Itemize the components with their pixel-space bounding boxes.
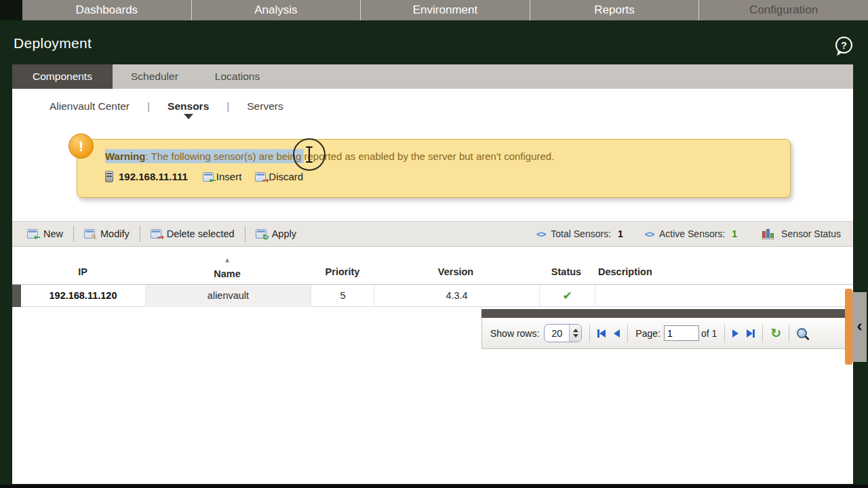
sensor-status-link[interactable]: Sensor Status	[781, 228, 841, 239]
total-sensors-icon: <>	[536, 229, 545, 239]
selected-text-highlight: Warning: The following sensor(s) are bei…	[105, 149, 304, 163]
rows-per-page-stepper[interactable]: 20	[544, 324, 582, 342]
active-sensors-value: 1	[732, 228, 737, 239]
top-navigation: Dashboards Analysis Environment Reports …	[22, 0, 868, 20]
tab-scheduler[interactable]: Scheduler	[113, 64, 197, 89]
help-icon[interactable]: ?	[835, 37, 852, 54]
page-input[interactable]	[664, 325, 699, 341]
cell-priority: 5	[312, 285, 374, 307]
chevron-left-icon: ‹	[857, 318, 863, 334]
toolbar-divider	[245, 226, 245, 242]
search-button[interactable]	[797, 328, 807, 338]
column-header-name[interactable]: Name	[186, 268, 268, 279]
apply-icon: ↻	[256, 229, 267, 239]
sort-ascending-icon[interactable]: ▲	[186, 257, 268, 263]
discard-icon: →	[255, 172, 266, 182]
apply-button[interactable]: ↻ Apply	[256, 228, 296, 239]
tab-locations[interactable]: Locations	[197, 64, 278, 89]
subnav-separator: |	[226, 100, 229, 113]
insert-sensor-link[interactable]: ← Insert	[203, 171, 242, 182]
page-label: Page:	[635, 328, 660, 339]
pagination-top-bar	[481, 309, 852, 318]
collapse-panel-handle[interactable]: ‹	[852, 292, 867, 362]
content-area: Alienvault Center | Sensors | Servers ! …	[12, 89, 853, 484]
new-button[interactable]: ← New	[27, 228, 63, 239]
cell-ip: 192.168.11.120	[21, 285, 145, 307]
sensors-toolbar: ← New ✎ Modify → Delete selected ↻ Apply…	[12, 221, 853, 247]
modify-icon: ✎	[84, 229, 95, 239]
next-page-button[interactable]	[732, 329, 738, 338]
modify-button[interactable]: ✎ Modify	[84, 228, 130, 239]
sensor-stats: <> Total Sensors: 1 <> Active Sensors: 1…	[536, 228, 841, 239]
toolbar-divider	[73, 226, 74, 242]
warning-message: Warning: The following sensor(s) are bei…	[105, 150, 554, 162]
refresh-button[interactable]: ↻	[770, 327, 781, 340]
step-up-icon	[573, 329, 578, 332]
delete-selected-button[interactable]: → Delete selected	[151, 228, 235, 239]
magnifier-icon	[797, 328, 807, 338]
pending-sensor-row: 192.168.11.111 ← Insert → Discard	[105, 171, 317, 182]
pending-sensor-ip: 192.168.11.111	[119, 171, 188, 182]
subnav-item-alienvault-center[interactable]: Alienvault Center	[50, 100, 130, 113]
rows-per-page-value: 20	[545, 325, 569, 342]
apply-label: Apply	[272, 228, 296, 239]
row-selection-handle[interactable]	[12, 285, 21, 307]
nav-item-analysis[interactable]: Analysis	[191, 0, 361, 20]
active-sensors-label: Active Sensors:	[659, 228, 725, 239]
page-bottom-edge	[0, 485, 868, 488]
insert-icon: ←	[203, 172, 214, 182]
cell-version: 4.3.4	[374, 285, 539, 307]
column-header-priority[interactable]: Priority	[302, 266, 383, 277]
subnav-separator: |	[147, 100, 150, 113]
warning-label: Warning	[105, 150, 145, 162]
show-rows-label: Show rows:	[490, 328, 539, 339]
help-bubble-tail	[837, 51, 842, 56]
total-sensors-label: Total Sensors:	[551, 228, 611, 239]
sensor-status-chart-icon	[762, 229, 774, 239]
page-of-label: of 1	[701, 328, 717, 339]
discard-sensor-link[interactable]: → Discard	[255, 171, 303, 182]
cell-description	[595, 285, 853, 307]
nav-item-dashboards[interactable]: Dashboards	[22, 0, 191, 20]
pagination-bar: Show rows: 20 Page: of 1 ↻	[481, 318, 852, 349]
column-header-description[interactable]: Description	[598, 266, 686, 277]
sensor-table-row[interactable]: 192.168.11.120 alienvault 5 4.3.4 ✔	[12, 285, 853, 307]
warning-banner: ! Warning: The following sensor(s) are b…	[77, 139, 791, 198]
pagination-divider	[627, 325, 628, 342]
warning-exclamation-icon: !	[68, 134, 94, 159]
help-question-glyph: ?	[841, 40, 847, 51]
pagination-divider	[762, 325, 763, 342]
column-header-status[interactable]: Status	[536, 266, 597, 277]
new-label: New	[43, 228, 63, 239]
sensors-table-header: ▲ IP Name Priority Version Status Descri…	[12, 254, 853, 285]
delete-icon: →	[151, 229, 161, 239]
pagination-divider	[724, 325, 725, 342]
pagination-divider	[589, 325, 590, 342]
subnav-item-servers[interactable]: Servers	[247, 100, 283, 113]
toolbar-divider	[140, 226, 140, 242]
new-icon: ←	[27, 229, 38, 239]
column-header-version[interactable]: Version	[415, 266, 496, 277]
active-sensors-icon: <>	[645, 229, 654, 239]
active-subnav-caret-icon	[184, 114, 193, 119]
discard-label: Discard	[269, 171, 303, 182]
modify-label: Modify	[100, 228, 130, 239]
sensor-host-icon	[105, 171, 113, 182]
component-subnav: Alienvault Center | Sensors | Servers	[50, 100, 283, 113]
side-panel-accent-strip	[845, 289, 852, 365]
nav-item-environment[interactable]: Environment	[360, 0, 530, 20]
nav-item-configuration[interactable]: Configuration	[698, 0, 868, 20]
first-page-button[interactable]	[597, 329, 606, 338]
pagination-divider	[789, 325, 789, 342]
prev-page-button[interactable]	[614, 329, 620, 338]
app-window: Dashboards Analysis Environment Reports …	[0, 0, 868, 488]
nav-item-reports[interactable]: Reports	[530, 0, 699, 20]
tab-components[interactable]: Components	[12, 64, 113, 89]
column-header-ip[interactable]: IP	[49, 266, 117, 277]
warning-selected-text: : The following sensor(s) are being	[145, 150, 304, 162]
total-sensors-value: 1	[618, 228, 623, 239]
subnav-item-sensors[interactable]: Sensors	[167, 100, 209, 113]
last-page-button[interactable]	[747, 329, 755, 338]
rows-stepper-arrows[interactable]	[569, 325, 581, 342]
insert-label: Insert	[216, 171, 242, 182]
